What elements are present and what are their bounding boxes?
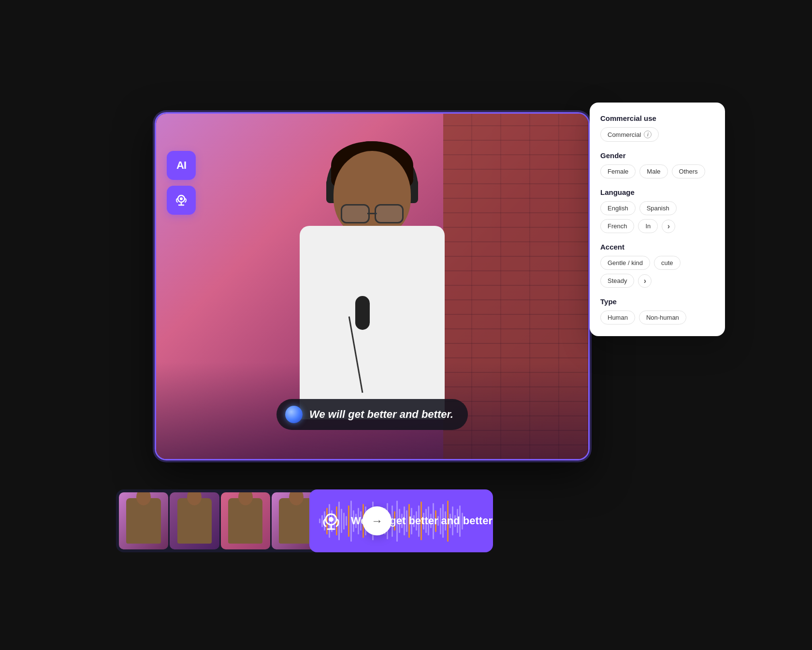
accent-chip-steady[interactable]: Steady bbox=[600, 274, 634, 288]
accent-label: Accent bbox=[600, 243, 714, 251]
person-figure bbox=[276, 141, 469, 431]
language-chips: English Spanish French In › bbox=[600, 201, 714, 233]
mini-person-4 bbox=[279, 498, 314, 544]
gender-chip-others[interactable]: Others bbox=[672, 164, 705, 178]
accent-chips: Gentle / kind cute Steady › bbox=[600, 256, 714, 288]
language-chip-french[interactable]: French bbox=[600, 219, 634, 233]
language-more-button[interactable]: › bbox=[662, 220, 675, 233]
type-chip-non-human[interactable]: Non-human bbox=[639, 310, 686, 325]
glasses-left bbox=[341, 204, 370, 223]
voice-icon bbox=[174, 192, 189, 208]
language-label: Language bbox=[600, 188, 714, 196]
accent-section: Accent Gentle / kind cute Steady › bbox=[600, 243, 714, 288]
info-icon[interactable]: i bbox=[644, 131, 652, 138]
mini-person-3 bbox=[228, 498, 263, 544]
accent-chip-gentle[interactable]: Gentle / kind bbox=[600, 256, 650, 270]
mic-body bbox=[355, 296, 370, 330]
language-chip-spanish[interactable]: Spanish bbox=[639, 201, 677, 215]
gender-section: Gender Female Male Others bbox=[600, 151, 714, 178]
type-section: Type Human Non-human bbox=[600, 297, 714, 325]
commercial-use-section: Commercial use Commercial i bbox=[600, 114, 714, 142]
video-background: We will get better and better. bbox=[156, 114, 588, 459]
ai-button[interactable]: AI bbox=[167, 151, 196, 180]
audio-voice-icon bbox=[319, 509, 343, 533]
next-arrow-button[interactable]: → bbox=[362, 506, 392, 535]
commercial-chips: Commercial i bbox=[600, 127, 714, 142]
person-glasses bbox=[336, 204, 408, 223]
gender-chip-male[interactable]: Male bbox=[639, 164, 667, 178]
film-thumb-2[interactable] bbox=[170, 492, 219, 549]
commercial-chip[interactable]: Commercial i bbox=[600, 127, 659, 142]
subtitle-text: We will get better and better. bbox=[309, 408, 453, 421]
thumb-inner-2 bbox=[170, 492, 219, 549]
subtitle-orb bbox=[285, 406, 303, 423]
voice-button[interactable] bbox=[167, 186, 196, 215]
filmstrip-container: → We will get better and better bbox=[116, 489, 493, 552]
filter-panel: Commercial use Commercial i Gender Femal… bbox=[590, 103, 725, 336]
mini-person-1 bbox=[126, 498, 161, 544]
commercial-use-label: Commercial use bbox=[600, 114, 714, 122]
accent-chip-cute[interactable]: cute bbox=[654, 256, 681, 270]
main-scene: We will get better and better. AI Comme bbox=[116, 83, 696, 567]
waveform-bar-12 bbox=[348, 505, 349, 537]
video-card: We will get better and better. bbox=[155, 112, 590, 460]
gender-chips: Female Male Others bbox=[600, 164, 714, 178]
language-chip-in[interactable]: In bbox=[638, 219, 658, 233]
type-chip-human[interactable]: Human bbox=[600, 310, 635, 325]
film-thumb-1[interactable] bbox=[119, 492, 168, 549]
mic-area bbox=[343, 296, 382, 393]
svg-point-5 bbox=[329, 517, 334, 522]
ai-label: AI bbox=[176, 159, 186, 172]
thumb-inner-1 bbox=[119, 492, 168, 549]
commercial-chip-label: Commercial bbox=[608, 131, 641, 138]
accent-more-button[interactable]: › bbox=[638, 274, 652, 288]
thumb-inner-3 bbox=[221, 492, 270, 549]
arrow-icon: → bbox=[371, 514, 383, 528]
type-chips: Human Non-human bbox=[600, 310, 714, 325]
glasses-right bbox=[375, 204, 404, 223]
type-label: Type bbox=[600, 297, 714, 306]
mini-person-2 bbox=[177, 498, 212, 544]
language-chip-english[interactable]: English bbox=[600, 201, 636, 215]
waveform-bar-11 bbox=[346, 516, 347, 526]
waveform-bar-10 bbox=[343, 513, 345, 530]
filmstrip bbox=[116, 489, 324, 552]
svg-point-1 bbox=[180, 197, 183, 200]
language-section: Language English Spanish French In › bbox=[600, 188, 714, 233]
left-toolbar: AI bbox=[167, 151, 196, 215]
audio-bar: We will get better and better bbox=[309, 489, 493, 552]
gender-label: Gender bbox=[600, 151, 714, 160]
film-thumb-3[interactable] bbox=[221, 492, 270, 549]
subtitle-bar: We will get better and better. bbox=[276, 399, 468, 430]
gender-chip-female[interactable]: Female bbox=[600, 164, 636, 178]
